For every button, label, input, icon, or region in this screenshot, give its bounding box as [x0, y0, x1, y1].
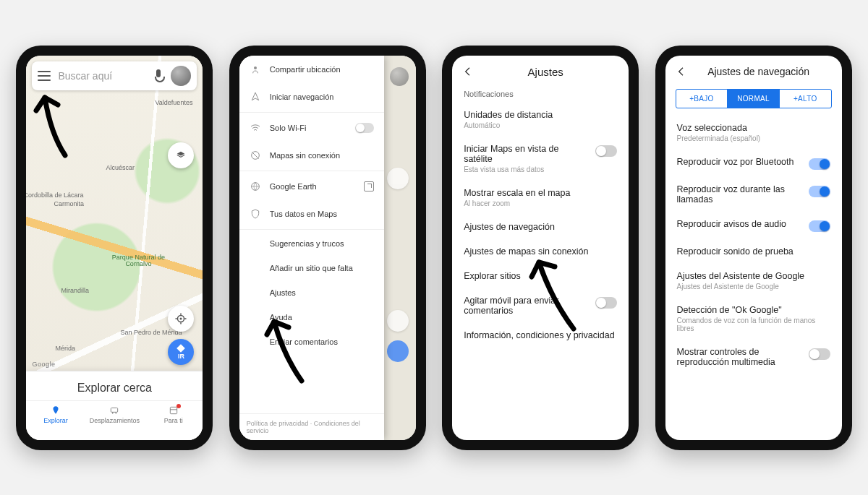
setting-show-scale[interactable]: Mostrar escala en el mapaAl hacer zoom: [452, 181, 629, 215]
setting-test-sound[interactable]: Reproducir sonido de prueba: [665, 239, 842, 264]
setting-ok-google[interactable]: Detección de "Ok Google"Comandos de voz …: [665, 298, 842, 340]
setting-info-terms[interactable]: Información, condiciones y privacidad: [452, 323, 629, 348]
phone-2: Compartir ubicación Iniciar navegación S…: [229, 46, 426, 450]
offline-icon: [250, 150, 261, 161]
layers-button: [387, 168, 409, 189]
drawer-item-feedback[interactable]: Enviar comentarios: [239, 330, 384, 354]
phone-4: Ajustes de navegación +BAJO NORMAL +ALTO…: [655, 46, 852, 450]
menu-icon[interactable]: [38, 71, 51, 81]
setting-sub: Al hacer zoom: [464, 199, 617, 207]
toggle-switch[interactable]: [355, 123, 374, 133]
setting-title: Ajustes de navegación: [464, 222, 617, 232]
layers-button[interactable]: [168, 142, 194, 168]
drawer-item-share-location[interactable]: Compartir ubicación: [239, 56, 384, 83]
explore-sheet[interactable]: Explorar cerca Explorar Desplazamientos …: [26, 371, 203, 440]
screen-map: Valdefuentes Alcuéscar Carmonita Cordobi…: [26, 56, 203, 440]
setting-sub: Esta vista usa más datos: [464, 165, 588, 173]
avatar: [390, 67, 409, 86]
setting-voice-during-calls[interactable]: Reproducir voz durante las llamadas: [665, 177, 842, 212]
setting-title: Mostrar controles de reproducción multim…: [677, 347, 801, 367]
locate-button[interactable]: [168, 306, 194, 332]
google-logo: Google: [32, 361, 55, 368]
setting-sub: Predeterminada (español): [677, 134, 830, 142]
toggle-switch[interactable]: [809, 186, 830, 197]
screen-settings: Ajustes Notificaciones Unidades de dista…: [452, 56, 629, 440]
section-label: Notificaciones: [452, 85, 629, 103]
mic-icon[interactable]: [153, 69, 163, 82]
drawer-item-settings[interactable]: Ajustes: [239, 280, 384, 305]
avatar[interactable]: [171, 66, 191, 86]
drawer-label: Tus datos en Maps: [270, 210, 337, 218]
setting-title: Unidades de distancia: [464, 110, 617, 120]
toggle-switch[interactable]: [809, 220, 830, 232]
tab-commute[interactable]: Desplazamientos: [85, 401, 144, 427]
pin-icon: [50, 405, 61, 416]
setting-media-controls[interactable]: Mostrar controles de reproducción multim…: [665, 340, 842, 374]
toggle-switch[interactable]: [595, 145, 617, 157]
drawer-item-wifi-only[interactable]: Solo Wi-Fi: [239, 114, 384, 142]
directions-button: [387, 340, 409, 362]
drawer-label: Solo Wi-Fi: [270, 124, 307, 132]
svg-point-6: [254, 66, 257, 69]
volume-high[interactable]: +ALTO: [779, 90, 831, 108]
map-label: Alcuéscar: [106, 164, 135, 171]
drawer-item-help[interactable]: Ayuda: [239, 305, 384, 330]
drawer-label: Mapas sin conexión: [270, 151, 340, 160]
volume-normal[interactable]: NORMAL: [727, 90, 779, 108]
setting-satellite[interactable]: Iniciar Maps en vista de satéliteEsta vi…: [452, 137, 629, 181]
privacy-icon: [250, 208, 261, 220]
svg-rect-5: [170, 407, 176, 413]
drawer-footer[interactable]: Política de privacidad · Condiciones del…: [239, 413, 384, 440]
screen-drawer: Compartir ubicación Iniciar navegación S…: [239, 56, 416, 440]
appbar: Ajustes: [452, 56, 629, 85]
external-icon: [364, 181, 374, 191]
setting-shake-feedback[interactable]: Agitar móvil para enviar comentarios: [452, 288, 629, 323]
directions-button[interactable]: IR: [168, 339, 194, 365]
svg-point-1: [180, 317, 182, 319]
setting-sub: Automático: [464, 121, 617, 129]
drawer-item-offline[interactable]: Mapas sin conexión: [239, 142, 384, 169]
nav-drawer[interactable]: Compartir ubicación Iniciar navegación S…: [239, 56, 384, 440]
toggle-switch[interactable]: [809, 158, 830, 170]
go-label: IR: [178, 353, 184, 360]
svg-point-4: [116, 412, 117, 413]
badge-dot: [176, 404, 181, 408]
search-bar[interactable]: Buscar aquí: [32, 61, 197, 90]
map-label: Mirandilla: [61, 287, 89, 294]
drawer-label: Compartir ubicación: [270, 65, 341, 74]
locate-button: [387, 310, 409, 332]
setting-title: Voz seleccionada: [677, 123, 830, 133]
drawer-item-tips[interactable]: Sugerencias y trucos: [239, 231, 384, 256]
map-label: Mérida: [55, 345, 75, 352]
setting-navigation[interactable]: Ajustes de navegación: [452, 215, 629, 239]
setting-explore-places[interactable]: Explorar sitios: [452, 264, 629, 288]
volume-segmented[interactable]: +BAJO NORMAL +ALTO: [676, 89, 832, 108]
svg-point-3: [112, 412, 114, 413]
phone-1: Valdefuentes Alcuéscar Carmonita Cordobi…: [16, 46, 213, 450]
setting-offline-maps[interactable]: Ajustes de mapas sin conexión: [452, 239, 629, 264]
locate-icon: [174, 312, 187, 325]
setting-voice[interactable]: Voz seleccionada Predeterminada (español…: [665, 116, 842, 150]
directions-icon: [176, 343, 186, 353]
drawer-item-your-data[interactable]: Tus datos en Maps: [239, 200, 384, 228]
setting-sub: Ajustes del Asistente de Google: [677, 283, 830, 290]
setting-assistant[interactable]: Ajustes del Asistente de GoogleAjustes d…: [665, 264, 842, 298]
setting-audio-alerts[interactable]: Reproducir avisos de audio: [665, 212, 842, 239]
earth-icon: [250, 181, 261, 192]
page-title: Ajustes: [472, 66, 618, 78]
tab-explore[interactable]: Explorar: [26, 401, 85, 427]
volume-low[interactable]: +BAJO: [676, 90, 728, 108]
toggle-switch[interactable]: [809, 348, 830, 360]
drawer-item-add-place[interactable]: Añadir un sitio que falta: [239, 256, 384, 280]
drawer-item-start-nav[interactable]: Iniciar navegación: [239, 83, 384, 111]
tab-for-you[interactable]: Para ti: [144, 401, 203, 427]
drawer-item-earth[interactable]: Google Earth: [239, 173, 384, 200]
setting-distance-units[interactable]: Unidades de distanciaAutomático: [452, 103, 629, 137]
setting-bluetooth-voice[interactable]: Reproducir voz por Bluetooth: [665, 150, 842, 177]
toggle-switch[interactable]: [595, 297, 617, 309]
wifi-icon: [250, 122, 261, 134]
setting-title: Detección de "Ok Google": [677, 305, 830, 315]
setting-title: Reproducir sonido de prueba: [677, 246, 830, 257]
search-placeholder[interactable]: Buscar aquí: [58, 70, 146, 82]
map-label-park: Parque Natural de Cornalvo: [106, 254, 171, 269]
